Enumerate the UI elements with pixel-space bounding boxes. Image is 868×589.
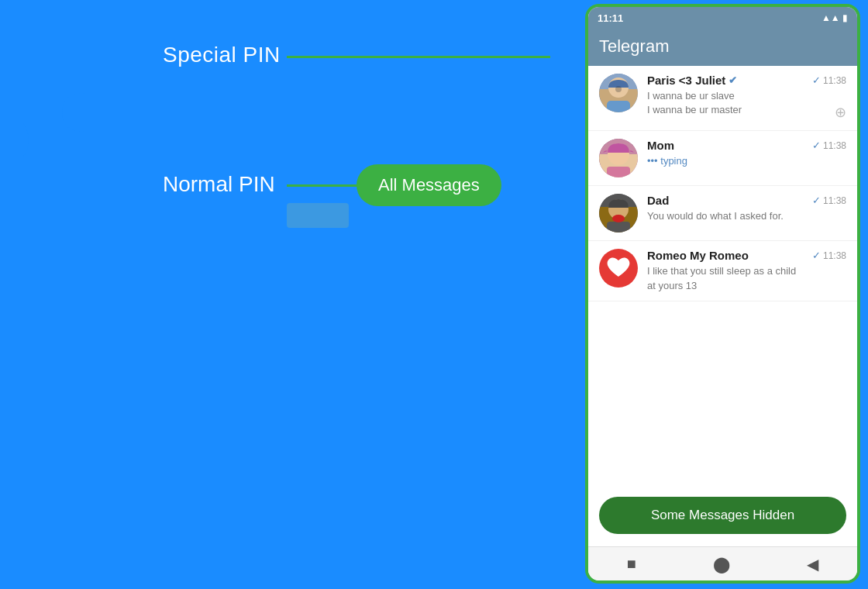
status-icons: ▲▲ ▮ bbox=[822, 12, 848, 23]
chat-preview-romeo: I like that you still sleep as a child a… bbox=[647, 264, 846, 292]
svg-rect-7 bbox=[607, 222, 630, 232]
avatar-paris bbox=[599, 74, 638, 112]
chat-name-row-paris: Paris <3 Juliet ✔ ✓ 11:38 bbox=[647, 74, 846, 87]
chat-name-row-mom: Mom ✓ 11:38 bbox=[647, 139, 846, 152]
bottom-nav: ■ ⬤ ◀ bbox=[588, 546, 857, 580]
chat-content-dad: Dad ✓ 11:38 You would do what I asked fo… bbox=[647, 194, 846, 223]
chat-content-romeo: Romeo My Romeo ✓ 11:38 I like that you s… bbox=[647, 249, 846, 292]
telegram-title: Telegram bbox=[599, 36, 846, 57]
chat-name-romeo: Romeo My Romeo bbox=[647, 249, 749, 262]
special-pin-line bbox=[287, 56, 550, 58]
chat-time-paris: ✓ 11:38 bbox=[812, 74, 846, 86]
chat-item-paris[interactable]: Paris <3 Juliet ✔ ✓ 11:38 I wanna be ur … bbox=[588, 66, 857, 131]
verified-badge-paris: ✔ bbox=[728, 74, 737, 86]
avatar-dad bbox=[599, 194, 638, 232]
chat-content-mom: Mom ✓ 11:38 ••• typing bbox=[647, 139, 846, 168]
svg-point-8 bbox=[612, 215, 625, 222]
blue-rect-decoration bbox=[287, 203, 349, 228]
nav-stop-icon[interactable]: ■ bbox=[627, 555, 636, 573]
hidden-messages-button[interactable]: Some Messages Hidden bbox=[599, 497, 846, 534]
left-background: Special PIN Normal PIN All Messages bbox=[0, 0, 566, 589]
svg-rect-3 bbox=[607, 101, 630, 112]
chat-content-paris: Paris <3 Juliet ✔ ✓ 11:38 I wanna be ur … bbox=[647, 74, 846, 122]
chat-time-dad: ✓ 11:38 bbox=[812, 195, 846, 206]
chat-preview-dad: You would do what I asked for. bbox=[647, 209, 846, 223]
chat-name-dad: Dad bbox=[647, 194, 669, 207]
chat-preview-paris: I wanna be ur slave I wanna be ur master… bbox=[647, 89, 846, 122]
chat-time-mom: ✓ 11:38 bbox=[812, 140, 846, 151]
chat-name-paris: Paris <3 Juliet ✔ bbox=[647, 74, 737, 87]
typing-indicator: ••• typing bbox=[647, 155, 687, 167]
avatar-mom bbox=[599, 139, 638, 177]
chat-item-romeo[interactable]: Romeo My Romeo ✓ 11:38 I like that you s… bbox=[588, 241, 857, 301]
chat-item-dad[interactable]: Dad ✓ 11:38 You would do what I asked fo… bbox=[588, 186, 857, 241]
chat-preview-mom: ••• typing bbox=[647, 154, 846, 168]
telegram-header: Telegram bbox=[588, 29, 857, 66]
special-pin-label: Special PIN bbox=[163, 43, 281, 67]
normal-pin-label: Normal PIN bbox=[163, 172, 275, 197]
all-messages-bubble[interactable]: All Messages bbox=[356, 164, 501, 206]
location-pin-icon: ⊕ bbox=[835, 103, 846, 122]
svg-point-2 bbox=[615, 86, 622, 92]
nav-back-icon[interactable]: ◀ bbox=[807, 555, 818, 574]
chat-item-mom[interactable]: Mom ✓ 11:38 ••• typing bbox=[588, 131, 857, 186]
phone-frame: 11:11 ▲▲ ▮ Telegram bbox=[585, 4, 860, 584]
chat-name-row-dad: Dad ✓ 11:38 bbox=[647, 194, 846, 207]
chat-list: Paris <3 Juliet ✔ ✓ 11:38 I wanna be ur … bbox=[588, 66, 857, 484]
chat-name-mom: Mom bbox=[647, 139, 674, 152]
chat-name-row-romeo: Romeo My Romeo ✓ 11:38 bbox=[647, 249, 846, 262]
status-time: 11:11 bbox=[598, 12, 623, 24]
nav-home-icon[interactable]: ⬤ bbox=[713, 555, 730, 574]
avatar-romeo bbox=[599, 249, 638, 288]
chat-time-romeo: ✓ 11:38 bbox=[812, 250, 846, 261]
status-bar: 11:11 ▲▲ ▮ bbox=[588, 7, 857, 29]
svg-rect-5 bbox=[607, 167, 630, 177]
